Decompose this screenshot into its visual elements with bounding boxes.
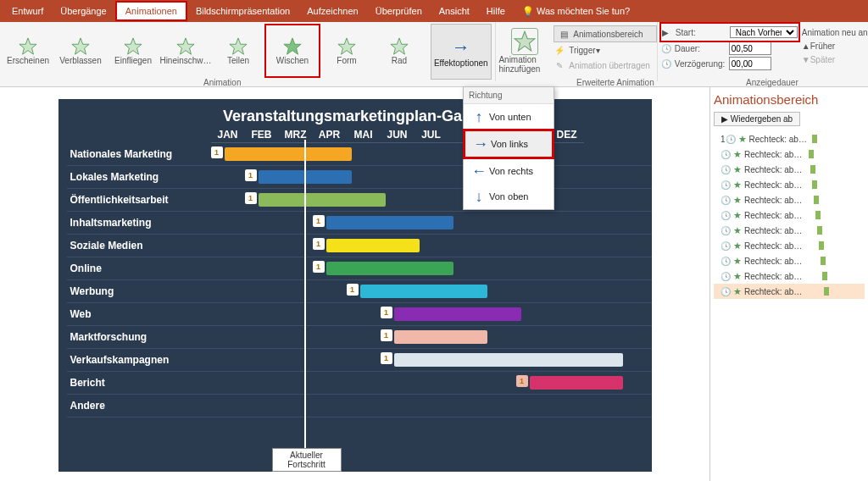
pane-icon: ▤ bbox=[558, 30, 570, 39]
trigger-button[interactable]: ⚡Trigger ▾ bbox=[554, 42, 657, 58]
tab-help[interactable]: Hilfe bbox=[478, 3, 514, 19]
play-from-button[interactable]: ▶ Wiedergeben ab bbox=[714, 112, 800, 126]
anim-hineinschw…[interactable]: Hineinschw… bbox=[159, 25, 212, 76]
tab-view[interactable]: Ansicht bbox=[431, 3, 478, 19]
anim-erscheinen[interactable]: Erscheinen bbox=[2, 25, 54, 76]
timeline-bar bbox=[809, 150, 814, 158]
gantt-bar[interactable] bbox=[326, 239, 420, 252]
pane-anim-item[interactable]: 🕓★Rechteck: ab… bbox=[714, 253, 865, 268]
tab-design[interactable]: Entwurf bbox=[3, 3, 52, 19]
group-animation: Animation bbox=[203, 78, 241, 87]
timeline-bar bbox=[815, 211, 821, 219]
star-icon bbox=[19, 37, 37, 56]
from-left[interactable]: →Von links bbox=[464, 130, 554, 158]
clock-icon: 🕓 bbox=[661, 59, 671, 69]
timeline-bar bbox=[812, 180, 817, 189]
anim-order-badge: 1 bbox=[313, 238, 325, 250]
anim-teilen[interactable]: Teilen bbox=[212, 25, 264, 76]
effect-options-button[interactable]: → Effektoptionen bbox=[431, 24, 492, 80]
anim-wischen[interactable]: Wischen bbox=[264, 24, 320, 78]
gantt-row: Inhaltsmarketing1 bbox=[67, 212, 652, 235]
pane-anim-item[interactable]: 🕓★Rechteck: ab… bbox=[714, 238, 865, 253]
gantt-row: Andere bbox=[67, 395, 652, 417]
star-icon: ★ bbox=[733, 256, 742, 267]
delay-input[interactable] bbox=[729, 57, 771, 70]
gantt-row: Marktforschung1 bbox=[67, 326, 652, 349]
pane-anim-item[interactable]: 🕓★Rechteck: ab… bbox=[714, 192, 865, 207]
tab-animations[interactable]: Animationen bbox=[115, 1, 187, 21]
move-earlier[interactable]: ▲ Früher bbox=[802, 39, 868, 53]
anim-form[interactable]: Form bbox=[320, 25, 373, 76]
pane-anim-item[interactable]: 🕓★Rechteck: ab… bbox=[714, 162, 865, 177]
row-label: Web bbox=[67, 308, 213, 320]
gantt-row: Soziale Medien1 bbox=[67, 235, 652, 257]
gantt-bar[interactable] bbox=[326, 216, 453, 229]
svg-marker-6 bbox=[338, 37, 355, 53]
slide-title: Veranstaltungsmarketingplan-Gantt- bbox=[58, 99, 652, 129]
anim-verblassen[interactable]: Verblassen bbox=[54, 25, 107, 76]
row-label: Nationales Marketing bbox=[67, 148, 213, 160]
pane-anim-item[interactable]: 🕓★Rechteck: ab… bbox=[714, 268, 865, 284]
tellme[interactable]: 💡 Was möchten Sie tun? bbox=[514, 3, 638, 20]
group-extended: Erweiterte Animation bbox=[576, 78, 654, 87]
star-icon: ★ bbox=[733, 180, 742, 191]
pane-anim-item[interactable]: 🕓★Rechteck: ab… bbox=[714, 147, 865, 162]
gantt-row: Bericht1 bbox=[67, 372, 652, 395]
add-animation-button[interactable]: Animation hinzufügen bbox=[498, 24, 550, 78]
anim-order-badge: 1 bbox=[211, 147, 223, 158]
star-icon: ★ bbox=[733, 286, 742, 297]
gantt-bar[interactable] bbox=[259, 193, 386, 207]
start-row[interactable]: ▶Start:Nach Vorher… bbox=[661, 24, 798, 41]
gantt-bar[interactable] bbox=[360, 285, 487, 298]
arrow-right-icon: → bbox=[452, 36, 470, 58]
start-select[interactable]: Nach Vorher… bbox=[730, 26, 798, 38]
gantt-bar[interactable] bbox=[394, 330, 487, 344]
gantt-bar[interactable] bbox=[326, 262, 453, 275]
duration-input[interactable] bbox=[729, 41, 771, 55]
anim-order-badge: 1 bbox=[381, 352, 392, 364]
tab-slideshow[interactable]: Bildschirmpräsentation bbox=[187, 3, 298, 19]
pane-anim-item[interactable]: 🕓★Rechteck: ab… bbox=[714, 223, 865, 238]
timeline-bar bbox=[817, 226, 822, 235]
trigger-icon: ⚡ bbox=[554, 46, 565, 55]
gantt-row: Web1 bbox=[67, 303, 652, 326]
star-icon bbox=[283, 37, 302, 56]
delay-row[interactable]: 🕓Verzögerung: bbox=[661, 56, 798, 71]
star-icon bbox=[390, 37, 409, 56]
svg-marker-5 bbox=[284, 37, 301, 53]
tab-review[interactable]: Überprüfen bbox=[367, 3, 431, 19]
gantt-bar[interactable] bbox=[530, 376, 623, 390]
tab-record[interactable]: Aufzeichnen bbox=[298, 3, 367, 19]
gantt-bar[interactable] bbox=[394, 307, 521, 321]
pane-anim-item[interactable]: 🕓★Rechteck: ab… bbox=[714, 284, 865, 299]
gantt-bar[interactable] bbox=[394, 353, 623, 367]
duration-row[interactable]: 🕓Dauer: bbox=[661, 41, 798, 56]
anim-order-badge: 1 bbox=[381, 307, 392, 318]
anim-order-badge: 1 bbox=[516, 375, 528, 387]
gantt-row: Verkaufskampagnen1 bbox=[67, 349, 652, 372]
pane-anim-item[interactable]: 🕓★Rechteck: ab… bbox=[714, 177, 865, 192]
star-icon bbox=[176, 37, 195, 56]
from-top[interactable]: ↓Von oben bbox=[464, 184, 554, 209]
gantt-row: Nationales Marketing1 bbox=[67, 143, 652, 166]
slide-canvas[interactable]: Veranstaltungsmarketingplan-Gantt- JANFE… bbox=[58, 99, 652, 472]
timeline-bar bbox=[810, 165, 815, 174]
anim-order-badge: 1 bbox=[313, 261, 325, 273]
move-later: ▼ Später bbox=[802, 53, 868, 66]
animation-pane-button[interactable]: ▤Animationsbereich bbox=[554, 25, 657, 42]
tab-transitions[interactable]: Übergänge bbox=[52, 3, 114, 19]
month-header: JANFEBMRZAPRMAIJUNJULKTNOVDEZ bbox=[211, 129, 652, 143]
anim-rad[interactable]: Rad bbox=[373, 25, 426, 76]
timeline-bar bbox=[821, 257, 826, 265]
gantt-row: Lokales Marketing1 bbox=[67, 166, 652, 189]
pane-anim-item[interactable]: 🕓★Rechteck: ab… bbox=[714, 207, 865, 223]
row-label: Lokales Marketing bbox=[67, 171, 213, 183]
from-bottom[interactable]: ↑Von unten bbox=[464, 104, 554, 130]
anim-einfliegen[interactable]: Einfliegen bbox=[107, 25, 159, 76]
progress-line bbox=[304, 140, 306, 450]
gantt-bar[interactable] bbox=[225, 147, 352, 161]
from-right[interactable]: ←Von rechts bbox=[464, 158, 554, 184]
clock-icon: 🕓 bbox=[721, 150, 731, 159]
progress-caption: Aktueller Fortschritt bbox=[272, 448, 342, 472]
pane-anim-item[interactable]: 1 🕓★Rechteck: ab… bbox=[714, 131, 865, 147]
